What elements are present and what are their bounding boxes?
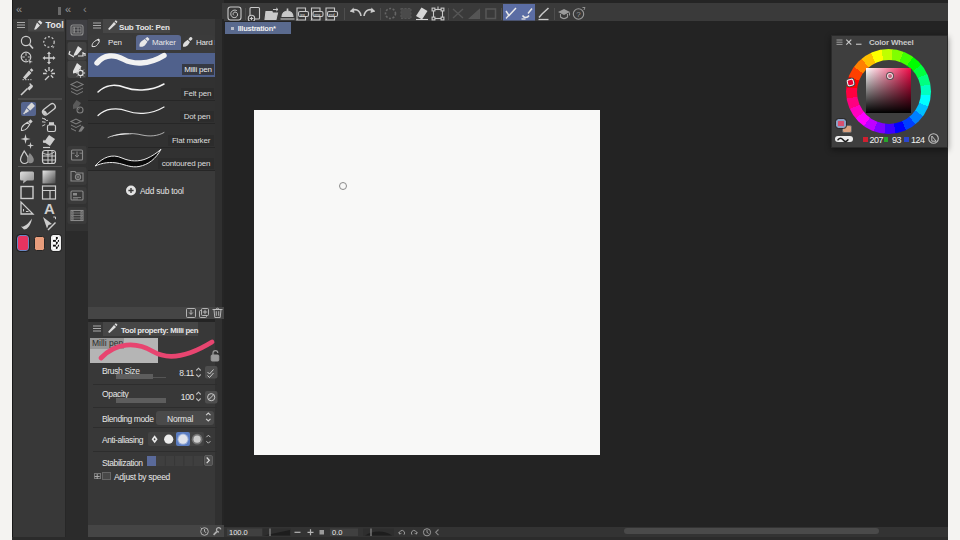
svg-text:png: png [314,13,320,17]
svg-text:?: ? [576,10,581,19]
svg-text:A: A [44,200,55,217]
svg-text:100.0: 100.0 [229,528,248,537]
svg-text:psd: psd [329,13,335,17]
svg-text:Tool: Tool [46,20,64,30]
svg-text:jpg: jpg [299,13,305,17]
svg-text:0.0: 0.0 [332,528,342,537]
